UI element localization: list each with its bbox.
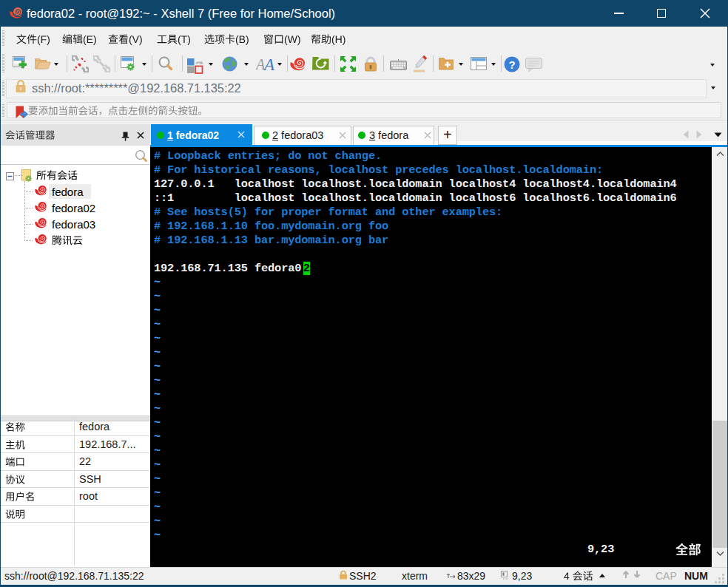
svg-text:A: A: [263, 57, 275, 72]
svg-text:?: ?: [508, 58, 515, 71]
